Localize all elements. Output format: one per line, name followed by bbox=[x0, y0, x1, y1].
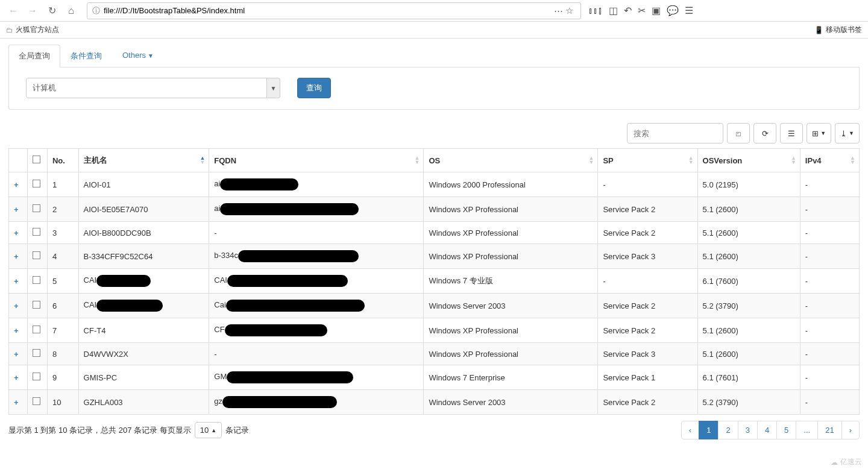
sort-icon: ▲▼ bbox=[200, 156, 205, 165]
toggle-view-button[interactable]: ☰ bbox=[780, 123, 803, 143]
cell-host: GMIS-PC bbox=[78, 365, 209, 390]
sort-icon: ▲▼ bbox=[791, 156, 796, 165]
checkbox-all[interactable] bbox=[33, 156, 40, 163]
tab-condition-query[interactable]: 条件查询 bbox=[60, 45, 112, 67]
menu-icon[interactable]: ☰ bbox=[685, 5, 693, 16]
page-button[interactable]: ... bbox=[796, 421, 818, 439]
chat-icon[interactable]: 💬 bbox=[667, 5, 679, 16]
cut-icon[interactable]: ✂ bbox=[638, 5, 646, 16]
expand-icon[interactable]: + bbox=[14, 228, 19, 238]
columns-button[interactable]: ⊞▼ bbox=[807, 123, 831, 143]
col-os-header[interactable]: OS▲▼ bbox=[424, 149, 598, 172]
undo-icon[interactable]: ↶ bbox=[624, 5, 632, 16]
table-row: + 7 CF-T4 CF Windows XP Professional Ser… bbox=[9, 318, 860, 343]
page-button[interactable]: › bbox=[841, 421, 860, 439]
cell-fqdn: b-334c bbox=[209, 244, 424, 269]
reload-button[interactable]: ↻ bbox=[43, 2, 60, 19]
cell-fqdn: ai bbox=[209, 172, 424, 197]
url-bar[interactable]: ⓘ ⋯ ☆ bbox=[87, 2, 581, 19]
row-checkbox[interactable] bbox=[33, 204, 40, 212]
table-toolbar: ⏍ ⟳ ☰ ⊞▼ ⤓▼ bbox=[8, 123, 860, 143]
tab-global-query[interactable]: 全局查询 bbox=[8, 45, 60, 68]
col-fqdn-header[interactable]: FQDN▲▼ bbox=[209, 149, 424, 172]
cell-no: 5 bbox=[47, 269, 78, 294]
page-button[interactable]: 3 bbox=[738, 421, 758, 439]
expand-icon[interactable]: + bbox=[14, 373, 19, 382]
col-no-header[interactable]: No. bbox=[47, 149, 78, 172]
col-sp-label: SP bbox=[603, 156, 613, 165]
query-button[interactable]: 查询 bbox=[297, 78, 331, 98]
table-row: + 10 GZHLA003 gz Windows Server 2003 Ser… bbox=[9, 390, 860, 415]
cell-ipv4: - bbox=[800, 172, 859, 197]
row-checkbox[interactable] bbox=[33, 276, 40, 284]
export-button[interactable]: ⤓▼ bbox=[835, 123, 860, 143]
search-input[interactable] bbox=[627, 123, 723, 143]
cell-sp: - bbox=[598, 172, 697, 197]
expand-icon[interactable]: + bbox=[14, 205, 19, 214]
table-row: + 5 CAI CAI Windows 7 专业版 - 6.1 (7600) - bbox=[9, 269, 860, 294]
row-checkbox[interactable] bbox=[33, 373, 40, 380]
page-button[interactable]: 21 bbox=[817, 421, 841, 439]
row-checkbox[interactable] bbox=[33, 397, 40, 405]
filter-select[interactable]: 计算机 ▼ bbox=[26, 78, 280, 98]
expand-icon[interactable]: + bbox=[14, 277, 19, 286]
table-row: + 9 GMIS-PC GM Windows 7 Enterprise Serv… bbox=[9, 365, 860, 390]
cell-no: 2 bbox=[47, 197, 78, 222]
tab-others-label: Others bbox=[122, 51, 146, 60]
col-ipv4-header[interactable]: IPv4▲▼ bbox=[800, 149, 859, 172]
extension-icon[interactable]: ▣ bbox=[652, 5, 661, 16]
chevron-down-icon[interactable]: ▼ bbox=[267, 78, 280, 98]
col-sp-header[interactable]: SP▲▼ bbox=[598, 149, 697, 172]
bookmark-star-icon[interactable]: ☆ bbox=[565, 5, 573, 16]
page-size-select[interactable]: 10▲ bbox=[195, 422, 222, 438]
nav-back-button[interactable]: ← bbox=[5, 2, 22, 19]
cell-host: AIOI-5E05E7A070 bbox=[78, 197, 209, 222]
expand-icon[interactable]: + bbox=[14, 252, 19, 261]
mobile-bookmarks[interactable]: 📱 移动版书签 bbox=[814, 25, 862, 35]
cell-no: 6 bbox=[47, 294, 78, 318]
page-info-prefix: 显示第 1 到第 10 条记录，总共 207 条记录 每页显示 bbox=[8, 425, 191, 436]
row-checkbox[interactable] bbox=[33, 326, 40, 333]
refresh-button[interactable]: ⟳ bbox=[753, 123, 776, 143]
expand-icon[interactable]: + bbox=[14, 398, 19, 407]
url-input[interactable] bbox=[104, 6, 554, 15]
col-ipv4-label: IPv4 bbox=[805, 156, 822, 165]
page-button[interactable]: 4 bbox=[757, 421, 777, 439]
col-fqdn-label: FQDN bbox=[214, 156, 236, 165]
home-button[interactable]: ⌂ bbox=[63, 2, 80, 19]
row-checkbox[interactable] bbox=[33, 228, 40, 236]
row-checkbox[interactable] bbox=[33, 301, 40, 309]
cell-host: AIOI-B800DDC90B bbox=[78, 222, 209, 244]
row-checkbox[interactable] bbox=[33, 349, 40, 357]
cell-ipv4: - bbox=[800, 390, 859, 415]
more-icon[interactable]: ⋯ bbox=[554, 5, 563, 16]
tab-others[interactable]: Others▼ bbox=[112, 45, 164, 67]
page-button[interactable]: 1 bbox=[699, 421, 719, 439]
cell-osversion: 5.0 (2195) bbox=[697, 172, 800, 197]
expand-icon[interactable]: + bbox=[14, 350, 19, 359]
col-host-header[interactable]: 主机名▲▼ bbox=[78, 149, 209, 172]
cell-ipv4: - bbox=[800, 244, 859, 269]
col-osv-header[interactable]: OSVersion▲▼ bbox=[697, 149, 800, 172]
page-button[interactable]: 2 bbox=[718, 421, 738, 439]
expand-icon[interactable]: + bbox=[14, 326, 19, 335]
cell-no: 10 bbox=[47, 390, 78, 415]
toggle-pagination-button[interactable]: ⏍ bbox=[727, 123, 750, 143]
page-button[interactable]: ‹ bbox=[681, 421, 699, 439]
expand-icon[interactable]: + bbox=[14, 301, 19, 310]
nav-forward-button[interactable]: → bbox=[24, 2, 41, 19]
cell-osversion: 5.1 (2600) bbox=[697, 318, 800, 343]
pagination: ‹12345...21› bbox=[682, 421, 860, 439]
library-icon[interactable]: ⫾⫾⫿ bbox=[588, 5, 603, 16]
row-checkbox[interactable] bbox=[33, 180, 40, 187]
bookmark-folder[interactable]: 🗀 火狐官方站点 bbox=[6, 25, 59, 35]
page-button[interactable]: 5 bbox=[776, 421, 796, 439]
expand-icon[interactable]: + bbox=[14, 180, 19, 189]
table-header-row: No. 主机名▲▼ FQDN▲▼ OS▲▼ SP▲▼ OSVersion▲▼ I… bbox=[9, 149, 860, 172]
col-check-header[interactable] bbox=[27, 149, 47, 172]
cell-osversion: 5.1 (2600) bbox=[697, 343, 800, 365]
cell-osversion: 5.1 (2600) bbox=[697, 244, 800, 269]
row-checkbox[interactable] bbox=[33, 251, 40, 259]
filter-select-value: 计算机 bbox=[26, 78, 267, 98]
sidebar-icon[interactable]: ◫ bbox=[609, 5, 618, 16]
